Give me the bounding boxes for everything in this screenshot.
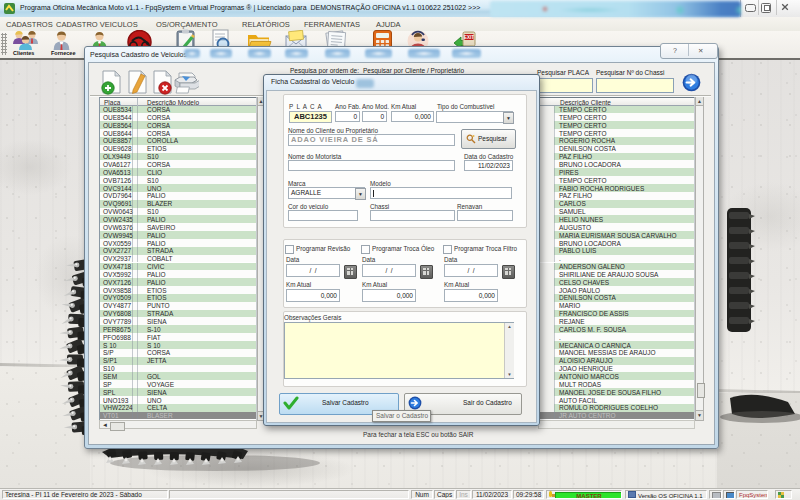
svg-text:EXIT: EXIT	[464, 35, 474, 40]
